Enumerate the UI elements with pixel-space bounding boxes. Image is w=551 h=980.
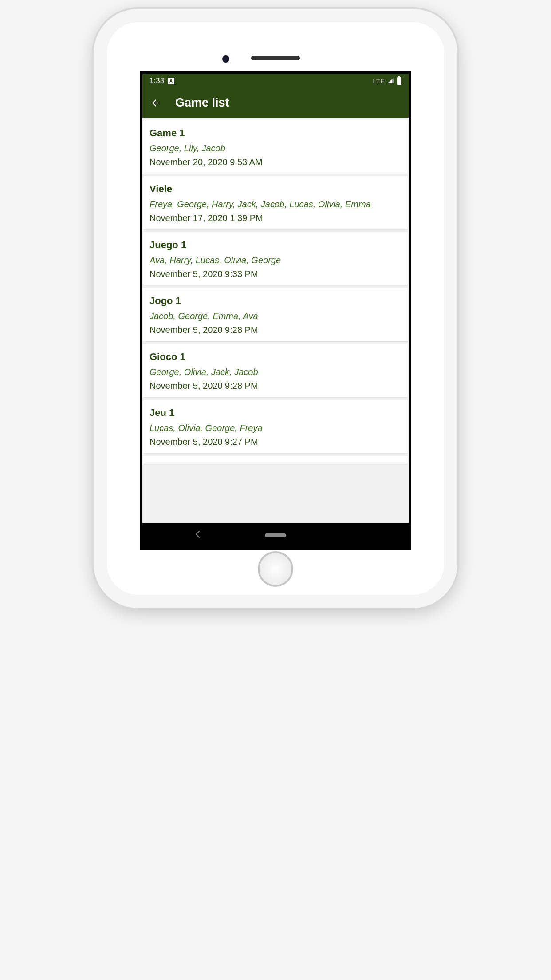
game-players: Jacob, George, Emma, Ava — [150, 311, 401, 321]
game-date: November 17, 2020 1:39 PM — [150, 213, 401, 223]
game-title: Jogo 1 — [150, 295, 401, 307]
battery-icon — [397, 77, 401, 85]
android-nav-bar — [142, 523, 409, 548]
status-time: 1:33 — [150, 76, 164, 85]
home-button[interactable] — [258, 551, 293, 587]
phone-speaker — [251, 56, 300, 60]
network-label: LTE — [373, 77, 385, 85]
signal-icon — [387, 77, 394, 85]
game-date: November 5, 2020 9:33 PM — [150, 269, 401, 279]
game-title: Gioco 1 — [150, 351, 401, 363]
game-list-item[interactable]: Jeu 1 Lucas, Olivia, George, Freya Novem… — [143, 400, 408, 453]
game-title: Jeu 1 — [150, 407, 401, 419]
back-arrow-icon — [150, 97, 161, 109]
status-bar-right: LTE — [373, 77, 401, 85]
page-title: Game list — [175, 96, 229, 110]
game-title: Viele — [150, 183, 401, 195]
game-players: Lucas, Olivia, George, Freya — [150, 423, 401, 433]
game-title: Game 1 — [150, 127, 401, 139]
game-list-item[interactable]: Juego 1 Ava, Harry, Lucas, Olivia, Georg… — [143, 232, 408, 285]
game-date: November 20, 2020 9:53 AM — [150, 157, 401, 167]
game-list-item[interactable]: Viele Freya, George, Harry, Jack, Jacob,… — [143, 176, 408, 229]
game-list-item[interactable]: Game 1 George, Lily, Jacob November 20, … — [143, 120, 408, 174]
app-bar: Game list — [142, 88, 409, 118]
phone-front-camera — [222, 55, 229, 63]
game-players: Freya, George, Harry, Jack, Jacob, Lucas… — [150, 199, 401, 209]
game-players: Ava, Harry, Lucas, Olivia, George — [150, 255, 401, 265]
game-list-item[interactable]: Jogo 1 Jacob, George, Emma, Ava November… — [143, 288, 408, 341]
device-screen: 1:33 A LTE Game list — [140, 71, 411, 550]
back-button[interactable] — [150, 98, 161, 108]
game-date: November 5, 2020 9:28 PM — [150, 381, 401, 391]
game-date: November 5, 2020 9:27 PM — [150, 437, 401, 447]
game-list[interactable]: Game 1 George, Lily, Jacob November 20, … — [142, 118, 409, 523]
status-bar-left: 1:33 A — [150, 76, 174, 85]
game-list-item-partial[interactable] — [143, 456, 408, 464]
phone-inner: 1:33 A LTE Game list — [107, 22, 444, 595]
game-players: George, Lily, Jacob — [150, 143, 401, 154]
game-title: Juego 1 — [150, 239, 401, 251]
status-bar: 1:33 A LTE — [142, 74, 409, 88]
keyboard-indicator-icon: A — [168, 78, 174, 84]
phone-frame: 1:33 A LTE Game list — [94, 9, 457, 608]
game-players: George, Olivia, Jack, Jacob — [150, 367, 401, 377]
game-date: November 5, 2020 9:28 PM — [150, 325, 401, 335]
nav-home-pill[interactable] — [265, 533, 286, 537]
game-list-item[interactable]: Gioco 1 George, Olivia, Jack, Jacob Nove… — [143, 344, 408, 397]
nav-back-button[interactable] — [196, 531, 201, 540]
